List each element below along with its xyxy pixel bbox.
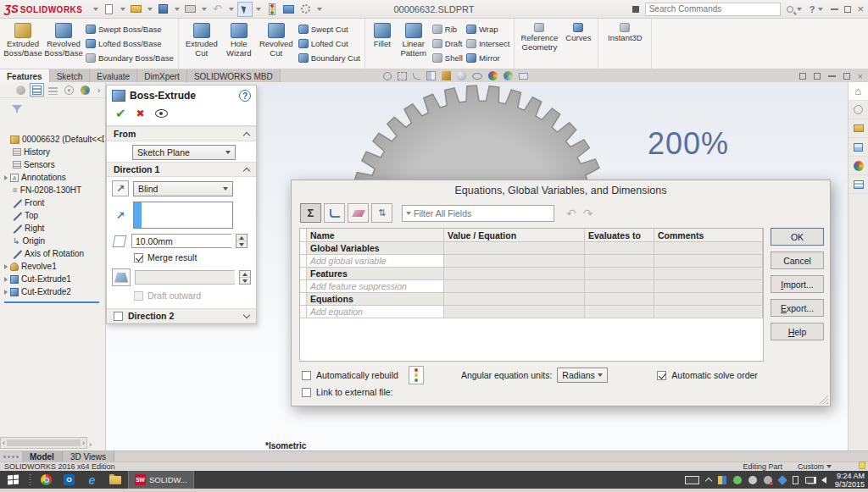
logo-dropdown-icon[interactable] [93,8,98,11]
merge-result-checkbox[interactable] [134,253,143,263]
depth-input[interactable] [136,236,228,246]
display-manager-tab[interactable] [78,83,92,97]
tree-item-cut-extrude1[interactable]: Cut-Extrude1 [4,273,104,285]
tray-app-icon[interactable] [777,475,787,484]
end-condition-dropdown[interactable]: Blind [133,181,233,196]
merge-result-row[interactable]: Merge result [107,250,256,265]
revolved-boss-base-button[interactable]: Revolved Boss/Base [43,20,84,67]
direction2-section-header[interactable]: Direction 2 [107,308,256,323]
wrap-button[interactable]: Wrap [466,23,509,36]
reverse-direction-button[interactable]: ↗ [112,180,129,196]
pm-ok-button[interactable]: ✔ [115,106,126,121]
previous-view-icon[interactable] [413,73,420,80]
chrome-taskbar-button[interactable] [35,471,58,489]
intersect-button[interactable]: Intersect [466,37,509,50]
custom-properties-button[interactable] [849,175,868,194]
save-button[interactable] [156,2,171,17]
appearances-scenes-button[interactable] [849,157,868,175]
fillet-button[interactable]: Fillet [368,20,397,67]
tree-item-right-plane[interactable]: Right [4,222,104,235]
edit-appearance-icon[interactable] [488,71,498,80]
shell-button[interactable]: Shell [432,52,463,64]
draft-on-off-button[interactable] [112,268,131,286]
draft-spinner[interactable] [239,270,251,285]
tree-item-annotations[interactable]: AAnnotations [4,171,104,184]
search-commands-box[interactable] [645,3,781,16]
configuration-manager-tab[interactable] [62,83,76,97]
tray-app-icon[interactable] [733,476,742,484]
filter-input[interactable] [414,208,550,218]
filter-box[interactable] [402,205,554,222]
import-button[interactable]: Import... [771,275,824,293]
ok-button[interactable]: OK [771,228,824,246]
tree-item-origin[interactable]: ↳Origin [4,235,104,247]
collapse-chevron-icon[interactable] [243,167,250,174]
rebuild-now-button[interactable] [409,366,424,384]
tree-item-axis-of-rotation[interactable]: Axis of Rotation [4,247,104,260]
tab-solidworks-mbd[interactable]: SOLIDWORKS MBD [187,69,281,82]
dialog-redo-icon[interactable]: ↷ [583,207,593,220]
curves-button[interactable]: Curves [561,20,595,67]
feature-tree-tab[interactable] [30,83,44,97]
pm-preview-icon[interactable] [155,109,168,118]
spin-up-icon[interactable] [239,236,244,240]
solidworks-resources-button[interactable]: ⌂ [849,82,868,101]
save-dropdown-icon[interactable] [175,8,180,11]
volume-icon[interactable] [821,477,826,484]
hide-show-items-icon[interactable] [472,73,482,80]
lofted-cut-button[interactable]: Lofted Cut [298,37,360,50]
taskbar-clock[interactable]: 9:24 AM 9/3/2015 [835,472,865,489]
tree-filter[interactable] [0,98,105,117]
solidworks-taskbar-button[interactable]: SW SOLIDW... [128,471,194,489]
splitter-handle[interactable] [0,451,22,462]
search-commands-input[interactable] [649,4,776,14]
tray-app-icon[interactable] [748,476,757,484]
tab-features[interactable]: Features [0,69,50,82]
start-button[interactable] [0,471,25,489]
tray-phone-icon[interactable] [793,476,798,484]
direction2-checkbox[interactable] [114,312,123,321]
rollback-bar[interactable] [4,301,99,303]
expander-icon[interactable] [4,264,8,269]
automatically-rebuild-checkbox[interactable] [302,371,311,380]
doc-restore-icon[interactable] [843,73,850,80]
from-section-header[interactable]: From [107,126,256,141]
tab-3d-views[interactable]: 3D Views [63,451,114,462]
pm-cancel-button[interactable]: ✖ [136,108,145,119]
tab-sketch[interactable]: Sketch [50,69,91,82]
tab-dimxpert[interactable]: DimXpert [137,69,187,82]
restore-button[interactable] [844,6,851,13]
help-button[interactable]: ? [810,4,826,14]
view-orientation-icon[interactable] [442,71,451,80]
part-icon-tab[interactable] [14,83,28,97]
new-document-button[interactable] [102,2,117,17]
spin-down-icon[interactable] [242,279,248,283]
instant3d-button[interactable]: Instant3D [601,20,648,67]
touch-keyboard-icon[interactable] [685,476,699,484]
expand-chevron-icon[interactable] [243,312,250,318]
hole-wizard-button[interactable]: Hole Wizard [222,20,256,67]
zoom-to-fit-icon[interactable] [383,72,392,80]
depth-spinner[interactable] [236,234,248,248]
direction1-section-header[interactable]: Direction 1 [107,162,256,177]
show-hidden-icons[interactable] [705,478,712,484]
mirror-button[interactable]: Mirror [466,52,509,64]
outlook-taskbar-button[interactable]: O [58,471,81,489]
tree-item-history[interactable]: History [4,146,104,158]
angular-units-dropdown[interactable]: Radians [557,368,608,383]
boundary-cut-button[interactable]: Boundary Cut [298,52,360,64]
collapse-chevron-icon[interactable] [243,131,250,138]
direction-selection-box[interactable] [133,202,233,229]
depth-field[interactable] [131,234,231,248]
file-explorer-button[interactable] [849,119,868,138]
ordered-view-button[interactable]: ⇅ [371,203,392,223]
pm-help-button[interactable]: ? [239,90,251,102]
search-icon[interactable] [787,6,804,13]
tree-item-revolve1[interactable]: Revolve1 [4,260,104,273]
spin-down-icon[interactable] [239,243,244,246]
tab-model[interactable]: Model [22,451,63,462]
swept-cut-button[interactable]: Swept Cut [298,23,360,36]
dialog-undo-icon[interactable]: ↶ [566,207,576,220]
draft-button[interactable]: Draft [432,37,463,50]
print-button[interactable] [183,2,198,17]
